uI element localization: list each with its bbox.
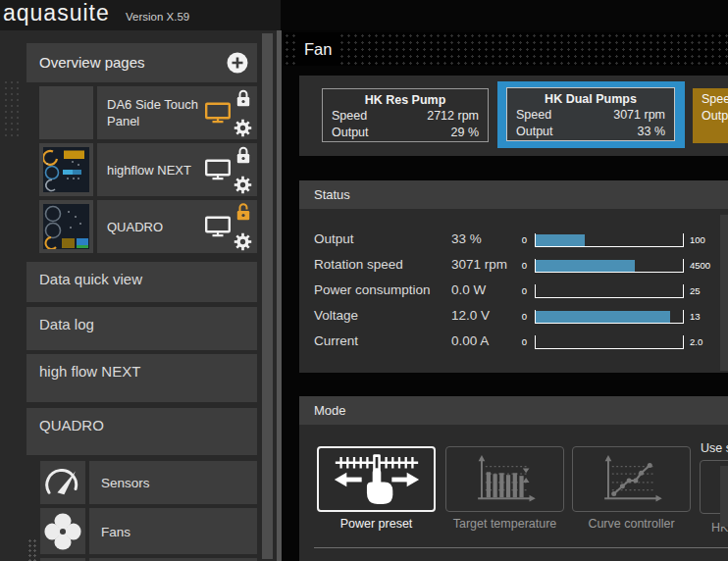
gauge-fill	[536, 260, 635, 272]
gear-icon[interactable]	[234, 232, 252, 251]
monitor-icon[interactable]	[205, 216, 231, 237]
channel-row-value: 3071 rpm	[613, 107, 665, 124]
gauge-max-label: 4500	[690, 260, 710, 271]
sidebar-page-quadro[interactable]: QUADRO	[0, 200, 257, 253]
sidebar-item-data-log[interactable]: Data log	[26, 307, 257, 350]
device-item-body[interactable]: Sensors	[89, 461, 257, 504]
lock-icon[interactable]	[236, 89, 250, 107]
status-value: 33 %	[451, 231, 482, 246]
status-panel-header: Status	[299, 180, 728, 209]
mode-option-label: Power preset	[317, 517, 436, 531]
gauge-min-label: 0	[513, 336, 527, 347]
mode-option-curve-controller[interactable]: Curve controller	[572, 446, 691, 531]
device-label: Fans	[101, 524, 130, 538]
page-thumbnail[interactable]	[39, 143, 93, 196]
power-preset-icon[interactable]	[317, 446, 436, 512]
overview-pages-header[interactable]: Overview pages	[26, 43, 257, 82]
aquasuite-window: aquasuite Version X.59 Overview pages DA…	[0, 0, 728, 561]
page-title-bar: Fan	[284, 32, 728, 66]
add-page-button[interactable]	[227, 52, 248, 74]
monitor-icon[interactable]	[205, 159, 231, 180]
sidebar-device-sensors[interactable]: Sensors	[0, 461, 257, 504]
status-value: 0.0 W	[451, 282, 486, 297]
mode-option-note: Use se	[701, 441, 728, 456]
device-item-body[interactable]: Fans	[89, 508, 257, 554]
mode-option-target-temperature[interactable]: Target temperature	[445, 446, 564, 531]
page-label: QUADRO	[107, 219, 201, 235]
channel-row-label: Speed	[332, 108, 367, 125]
gauge-track	[535, 310, 684, 324]
status-label: Rotation speed	[314, 257, 403, 272]
sidebar-item-data-quick-view[interactable]: Data quick view	[26, 262, 257, 302]
status-value: 12.0 V	[451, 308, 490, 323]
gauge-max-label: 2.0	[690, 336, 702, 347]
channel-card-hk-dual-pumps-selected[interactable]: HK Dual Pumps Speed3071 rpm Output33 %	[497, 81, 685, 148]
top-bar: aquasuite Version X.59	[0, 0, 281, 30]
selected-card-inner: HK Dual Pumps Speed3071 rpm Output33 %	[506, 87, 675, 141]
channel-row-value: 29 %	[451, 125, 480, 141]
curve-controller-icon[interactable]	[572, 446, 691, 512]
channel-card-partial[interactable]: Speed Output	[693, 88, 728, 143]
page-thumbnail[interactable]	[39, 86, 93, 139]
gauge-max-label: 13	[690, 311, 701, 322]
gauge-min-label: 0	[513, 260, 527, 271]
sidebar-page-highflow-next[interactable]: highflow NEXT	[0, 143, 257, 196]
mode-option-label: Curve controller	[572, 517, 691, 531]
status-row-current: Current 0.00 A 0 2.0	[299, 331, 728, 356]
status-rows: Output 33 % 0 100 Rotation speed 3071 rp…	[299, 229, 728, 356]
item-label: high flow NEXT	[39, 363, 140, 380]
target-temperature-icon[interactable]	[445, 446, 564, 512]
sensors-gauge-icon[interactable]	[40, 461, 85, 504]
sidebar-item-quadro[interactable]: QUADRO	[26, 408, 257, 455]
status-row-voltage: Voltage 12.0 V 0 13	[299, 305, 728, 331]
sidebar-device-fans[interactable]: Fans	[0, 508, 257, 554]
gauge-min-label: 0	[513, 234, 527, 245]
gear-icon[interactable]	[234, 119, 252, 137]
monitor-icon[interactable]	[205, 102, 231, 124]
device-label: Sensors	[101, 476, 150, 490]
status-panel-scrollbar[interactable]	[720, 215, 728, 371]
channel-card-hk-res-pump[interactable]: HK Res Pump Speed2712 rpm Output29 %	[322, 88, 489, 142]
main-content: Fan HK Res Pump Speed2712 rpm Output29 %…	[282, 30, 728, 561]
status-row-rotation-speed: Rotation speed 3071 rpm 0 4500	[299, 254, 728, 280]
gauge-track	[535, 233, 684, 247]
page-item-body[interactable]: QUADRO	[97, 200, 257, 253]
channel-row-value: 2712 rpm	[427, 108, 479, 125]
page-item-body[interactable]: DA6 Side Touch Panel	[97, 86, 257, 139]
page-thumbnail[interactable]	[39, 200, 93, 253]
page-item-body[interactable]: highflow NEXT	[97, 143, 257, 196]
gauge-max-label: 25	[690, 285, 701, 296]
sidebar-page-da6[interactable]: DA6 Side Touch Panel	[0, 86, 257, 139]
mode-option-power-preset[interactable]: Power preset	[317, 446, 436, 531]
page-title: Fan	[298, 32, 338, 66]
sidebar: Overview pages DA6 Side Touch Panel	[0, 30, 277, 561]
mode-panel-header: Mode	[299, 396, 728, 425]
channel-row-label: Output	[332, 125, 369, 141]
channel-row-label: Output	[516, 124, 553, 140]
app-logo: aquasuite	[3, 0, 110, 26]
lock-open-icon[interactable]	[236, 203, 250, 221]
status-label: Power consumption	[314, 282, 431, 297]
channel-row-label: Speed	[702, 91, 728, 108]
gauge-min-label: 0	[513, 285, 527, 296]
status-row-power-consumption: Power consumption 0.0 W 0 25	[299, 280, 728, 305]
lock-icon[interactable]	[236, 146, 250, 164]
channel-cards-panel: HK Res Pump Speed2712 rpm Output29 % HK …	[299, 76, 728, 156]
gauge-fill	[536, 311, 670, 323]
page-label: highflow NEXT	[107, 162, 201, 178]
status-panel: Status Output 33 % 0 100 Rotation speed …	[299, 180, 728, 373]
gauge-track	[535, 259, 684, 273]
gauge-min-label: 0	[513, 311, 527, 322]
sidebar-scrollbar[interactable]	[262, 33, 273, 559]
status-value: 3071 rpm	[451, 257, 507, 272]
gear-icon[interactable]	[234, 176, 252, 194]
item-label: Data quick view	[39, 271, 142, 287]
status-row-output: Output 33 % 0 100	[299, 229, 728, 254]
mode-panel-scrollbar[interactable]	[720, 466, 728, 527]
channel-title: HK Res Pump	[323, 92, 488, 108]
sidebar-item-high-flow-next[interactable]: high flow NEXT	[26, 354, 257, 402]
item-label: QUADRO	[39, 417, 104, 434]
fan-icon[interactable]	[40, 508, 85, 554]
status-label: Current	[314, 333, 358, 348]
mode-divider	[314, 547, 728, 548]
